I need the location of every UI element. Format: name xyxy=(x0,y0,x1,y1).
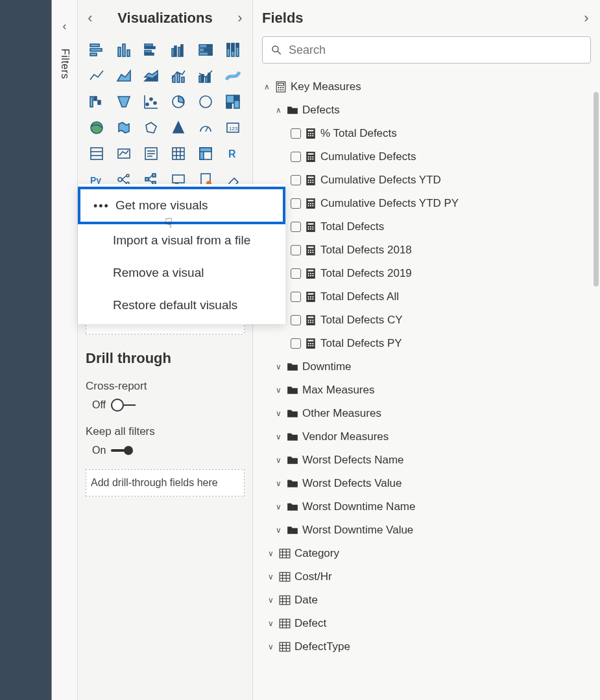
checkbox[interactable] xyxy=(291,175,301,185)
table-item[interactable]: ∨Cost/Hr xyxy=(262,565,587,589)
measure-label: Total Defects 2018 xyxy=(320,244,412,257)
measure-item[interactable]: Total Defects PY xyxy=(262,332,587,355)
stacked-area-icon[interactable] xyxy=(140,65,162,87)
checkbox[interactable] xyxy=(291,338,301,349)
line-column-icon[interactable] xyxy=(167,65,189,87)
measure-item[interactable]: Total Defects All xyxy=(262,285,587,309)
fields-search[interactable] xyxy=(262,36,591,64)
fields-pane-title: Fields xyxy=(262,10,304,27)
expand-filters-icon[interactable]: ‹ xyxy=(63,19,67,33)
menu-import-visual-file[interactable]: Import a visual from a file xyxy=(78,224,285,257)
checkbox[interactable] xyxy=(291,128,301,139)
chevron-down-icon: ∨ xyxy=(266,596,275,605)
folder-item[interactable]: ∨Other Measures xyxy=(262,402,587,425)
folder-defects[interactable]: ∧ Defects xyxy=(262,99,587,122)
clustered-bar-icon[interactable] xyxy=(140,39,162,61)
kpi-icon[interactable] xyxy=(113,143,135,165)
svg-point-128 xyxy=(310,205,311,206)
ribbon-chart-icon[interactable] xyxy=(222,65,244,87)
svg-point-105 xyxy=(312,135,313,136)
chevron-down-icon: ∨ xyxy=(266,619,275,628)
r-visual-icon[interactable]: R xyxy=(222,143,244,165)
svg-line-54 xyxy=(206,126,208,132)
folder-item[interactable]: ∨Worst Downtime Value xyxy=(262,519,587,542)
card-icon[interactable]: 123 xyxy=(222,117,244,139)
shape-map-icon[interactable] xyxy=(140,117,162,139)
area-chart-icon[interactable] xyxy=(113,65,135,87)
svg-rect-123 xyxy=(308,200,314,201)
folder-item[interactable]: ∨Worst Downtime Name xyxy=(262,495,587,519)
table-item[interactable]: ∨Category xyxy=(262,542,587,565)
svg-point-88 xyxy=(272,46,278,52)
cross-report-toggle[interactable]: Off xyxy=(92,399,245,411)
scatter-icon[interactable] xyxy=(140,91,162,113)
table-icon[interactable] xyxy=(167,143,189,165)
folder-item[interactable]: ∨Max Measures xyxy=(262,379,587,402)
checkbox[interactable] xyxy=(291,245,301,255)
folder-label: Vendor Measures xyxy=(302,430,389,443)
menu-remove-visual[interactable]: Remove a visual xyxy=(78,257,285,289)
measure-item[interactable]: Cumulative Defects YTD xyxy=(262,169,587,192)
waterfall-icon[interactable] xyxy=(86,91,108,113)
svg-point-109 xyxy=(310,156,311,158)
scrollbar-thumb[interactable] xyxy=(594,92,599,286)
stacked-bar-icon[interactable] xyxy=(86,39,108,61)
line-clustered-column-icon[interactable] xyxy=(195,65,217,87)
multi-card-icon[interactable] xyxy=(86,143,108,165)
stacked-bar-100-icon[interactable] xyxy=(195,39,217,61)
matrix-icon[interactable] xyxy=(195,143,217,165)
folder-item[interactable]: ∨Worst Defects Value xyxy=(262,472,587,495)
slicer-icon[interactable] xyxy=(140,143,162,165)
line-chart-icon[interactable] xyxy=(86,65,108,87)
filled-map-icon[interactable] xyxy=(113,117,135,139)
folder-item[interactable]: ∨Downtime xyxy=(262,355,587,379)
table-item[interactable]: ∨DefectType xyxy=(262,635,587,659)
checkbox[interactable] xyxy=(291,268,301,279)
menu-restore-defaults[interactable]: Restore default visuals xyxy=(78,289,285,321)
table-item[interactable]: ∨Date xyxy=(262,589,587,612)
svg-point-112 xyxy=(310,158,311,159)
svg-point-165 xyxy=(310,320,311,321)
measure-label: Cumulative Defects YTD xyxy=(320,174,441,187)
map-icon[interactable] xyxy=(86,117,108,139)
measure-item[interactable]: Cumulative Defects xyxy=(262,145,587,169)
menu-get-more-visuals[interactable]: ••• Get more visuals ☟ xyxy=(78,187,285,224)
measure-item[interactable]: Total Defects CY xyxy=(262,309,587,332)
table-item[interactable]: ∨Defect xyxy=(262,612,587,635)
svg-rect-19 xyxy=(208,52,212,55)
svg-point-169 xyxy=(312,321,313,323)
checkbox[interactable] xyxy=(291,222,301,232)
svg-rect-25 xyxy=(236,43,239,47)
pie-chart-icon[interactable] xyxy=(167,91,189,113)
measure-item[interactable]: Cumulative Defects YTD PY xyxy=(262,192,587,215)
checkbox[interactable] xyxy=(291,292,301,302)
checkbox[interactable] xyxy=(291,198,301,209)
keep-all-filters-toggle[interactable]: On xyxy=(92,445,245,456)
treemap-icon[interactable] xyxy=(222,91,244,113)
fields-search-input[interactable] xyxy=(289,43,582,57)
viz-collapse-left-icon[interactable]: ‹ xyxy=(86,7,95,29)
funnel-icon[interactable] xyxy=(113,91,135,113)
checkbox[interactable] xyxy=(291,152,301,162)
filters-label[interactable]: Filters xyxy=(59,49,71,79)
measure-item[interactable]: % Total Defects xyxy=(262,122,587,145)
stacked-column-icon[interactable] xyxy=(113,39,135,61)
gauge-icon[interactable] xyxy=(195,117,217,139)
measure-icon xyxy=(305,244,317,256)
checkbox[interactable] xyxy=(291,315,301,325)
viz-collapse-right-icon[interactable]: › xyxy=(235,7,245,29)
azure-map-icon[interactable] xyxy=(167,117,189,139)
tree-label: Defects xyxy=(302,104,340,117)
measure-item[interactable]: Total Defects 2018 xyxy=(262,239,587,262)
svg-point-137 xyxy=(312,228,313,229)
table-key-measures[interactable]: ∧ Key Measures xyxy=(262,75,587,99)
fields-collapse-icon[interactable]: › xyxy=(582,10,591,27)
measure-item[interactable]: Total Defects 2019 xyxy=(262,262,587,285)
clustered-column-icon[interactable] xyxy=(167,39,189,61)
measure-item[interactable]: Total Defects xyxy=(262,215,587,239)
folder-item[interactable]: ∨Vendor Measures xyxy=(262,425,587,449)
add-drillthrough-fields-well[interactable]: Add drill-through fields here xyxy=(86,469,245,496)
folder-item[interactable]: ∨Worst Defects Name xyxy=(262,449,587,472)
donut-chart-icon[interactable] xyxy=(195,91,217,113)
stacked-column-100-icon[interactable] xyxy=(222,39,244,61)
